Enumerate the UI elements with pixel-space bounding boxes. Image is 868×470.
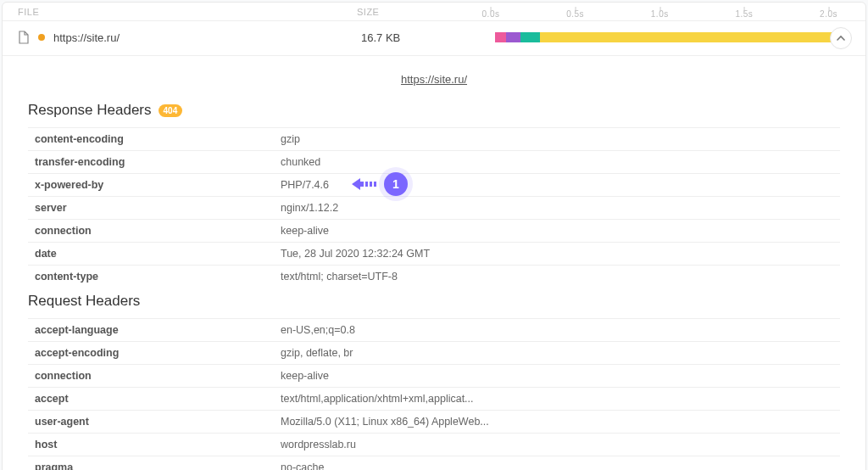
header-value: keep-alive <box>281 225 329 237</box>
header-value: gzip, deflate, br <box>281 347 353 359</box>
header-key: date <box>35 248 281 260</box>
header-row: content-encodinggzip <box>28 127 840 150</box>
header-value: keep-alive <box>281 370 329 382</box>
timing-bar <box>506 32 520 42</box>
time-tick: 1.0s <box>651 9 669 19</box>
header-key: x-powered-by <box>35 179 281 191</box>
header-row: dateTue, 28 Jul 2020 12:32:24 GMT <box>28 242 840 265</box>
header-value: no-cache <box>281 462 324 470</box>
response-headers-label: Response Headers <box>28 102 152 119</box>
header-key: connection <box>35 225 281 237</box>
chevron-up-icon <box>837 34 845 42</box>
col-header-timeline: 0.0s0.5s1.0s1.5s2.0s <box>491 8 850 15</box>
header-value: text/html,application/xhtml+xml,applicat… <box>281 393 474 405</box>
header-key: host <box>35 439 281 450</box>
request-size: 16.7 KB <box>361 31 495 44</box>
callout-number: 1 <box>384 172 408 196</box>
response-headers-list: content-encodinggziptransfer-encodingchu… <box>28 127 840 288</box>
arrow-left-icon <box>350 176 384 193</box>
request-row[interactable]: https://site.ru/ 16.7 KB <box>3 21 865 56</box>
header-key: user-agent <box>35 416 281 428</box>
header-key: accept-language <box>35 324 281 336</box>
header-value: Tue, 28 Jul 2020 12:32:24 GMT <box>281 248 430 260</box>
header-row: accept-languageen-US,en;q=0.8 <box>28 318 840 341</box>
expand-button[interactable] <box>830 27 852 49</box>
request-url: https://site.ru/ <box>53 31 361 44</box>
header-value: wordpresslab.ru <box>281 439 356 450</box>
header-key: content-type <box>35 271 281 283</box>
header-key: accept-encoding <box>35 347 281 359</box>
time-tick: 1.5s <box>735 9 753 19</box>
timing-bar <box>540 32 832 42</box>
waterfall-timeline <box>495 30 850 45</box>
response-headers-title: Response Headers 404 <box>28 102 840 119</box>
status-dot-warning <box>38 34 45 41</box>
status-badge: 404 <box>159 104 183 117</box>
request-headers-list: accept-languageen-US,en;q=0.8accept-enco… <box>28 318 840 470</box>
header-key: accept <box>35 393 281 405</box>
header-row: content-typetext/html; charset=UTF-8 <box>28 265 840 288</box>
header-row: accepttext/html,application/xhtml+xml,ap… <box>28 387 840 410</box>
time-tick: 0.5s <box>566 9 584 19</box>
timing-bar <box>495 32 506 42</box>
header-value: Mozilla/5.0 (X11; Linux x86_64) AppleWeb… <box>281 416 489 428</box>
time-tick: 2.0s <box>820 9 837 19</box>
file-icon <box>18 31 30 44</box>
detail-panel: https://site.ru/ Response Headers 404 co… <box>3 56 865 470</box>
svg-rect-1 <box>370 182 372 187</box>
request-headers-label: Request Headers <box>28 293 140 310</box>
header-row: x-powered-byPHP/7.4.61 <box>28 173 840 196</box>
header-row: user-agentMozilla/5.0 (X11; Linux x86_64… <box>28 410 840 433</box>
header-row: accept-encodinggzip, deflate, br <box>28 341 840 364</box>
svg-rect-0 <box>365 182 368 187</box>
timing-bar <box>520 32 540 42</box>
detail-url-link[interactable]: https://site.ru/ <box>401 73 467 86</box>
header-row: transfer-encodingchunked <box>28 150 840 173</box>
header-key: transfer-encoding <box>35 156 281 168</box>
callout-annotation: 1 <box>350 172 408 196</box>
header-row: connectionkeep-alive <box>28 364 840 387</box>
header-value: PHP/7.4.6 <box>281 179 329 191</box>
header-row: servernginx/1.12.2 <box>28 196 840 219</box>
column-header-row: FILE SIZE 0.0s0.5s1.0s1.5s2.0s <box>3 3 865 21</box>
header-key: content-encoding <box>35 133 281 145</box>
header-value: text/html; charset=UTF-8 <box>281 271 398 283</box>
header-value: chunked <box>281 156 320 168</box>
header-value: gzip <box>281 133 300 145</box>
svg-rect-2 <box>374 182 376 187</box>
header-key: server <box>35 202 281 214</box>
time-tick: 0.0s <box>482 9 500 19</box>
header-value: nginx/1.12.2 <box>281 202 338 214</box>
request-headers-title: Request Headers <box>28 293 840 310</box>
header-key: pragma <box>35 462 281 470</box>
header-value: en-US,en;q=0.8 <box>281 324 355 336</box>
header-row: pragmano-cache <box>28 456 840 470</box>
header-row: connectionkeep-alive <box>28 219 840 242</box>
header-key: connection <box>35 370 281 382</box>
col-header-file[interactable]: FILE <box>18 7 357 17</box>
col-header-size[interactable]: SIZE <box>357 7 491 17</box>
header-row: hostwordpresslab.ru <box>28 433 840 456</box>
